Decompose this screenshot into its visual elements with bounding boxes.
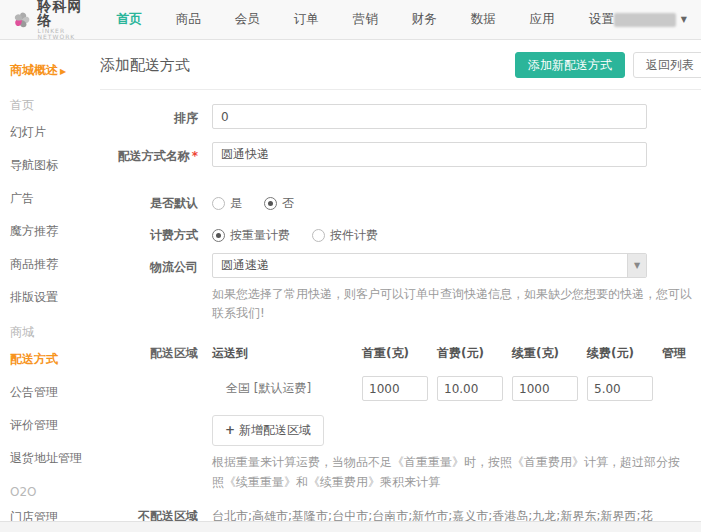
area-table-header: 运送到 首重(克) 首费(元) 续重(克) 续费(元) 管理 <box>212 345 701 362</box>
sidebar-section-o2o: O2O <box>10 485 100 499</box>
sidebar-item-nav-icons[interactable]: 导航图标 <box>10 157 100 174</box>
page-title: 添加配送方式 <box>100 56 190 75</box>
app-window: 聆科网络 LINKER NETWORK 首页 商品 会员 订单 营销 财务 数据… <box>0 0 701 532</box>
radio-icon <box>212 197 225 210</box>
plus-icon: + <box>225 423 235 437</box>
username-redacted <box>614 13 676 27</box>
default-no-radio[interactable]: 否 <box>264 195 294 212</box>
nav-item-data[interactable]: 数据 <box>471 11 496 28</box>
col-header-next-weight: 续重(克) <box>512 345 587 362</box>
brand-name: 聆科网络 <box>38 0 89 28</box>
nav-item-home[interactable]: 首页 <box>117 11 142 28</box>
brand-logo[interactable]: 聆科网络 LINKER NETWORK <box>12 0 89 40</box>
billing-method-label: 计费方式 <box>100 221 212 244</box>
is-default-label: 是否默认 <box>100 189 212 212</box>
sidebar-item-shipping-methods[interactable]: 配送方式 <box>10 351 100 368</box>
nav-item-finance[interactable]: 财务 <box>412 11 437 28</box>
user-account-menu[interactable]: ▼ <box>614 13 687 27</box>
nav-item-marketing[interactable]: 营销 <box>353 11 378 28</box>
nav-item-products[interactable]: 商品 <box>176 11 201 28</box>
sidebar-item-mall-overview[interactable]: 商城概述▶ <box>10 62 100 79</box>
pinwheel-logo-icon <box>12 7 32 33</box>
add-new-shipping-method-button[interactable]: 添加新配送方式 <box>515 52 625 78</box>
required-asterisk: * <box>192 149 198 163</box>
top-navbar: 聆科网络 LINKER NETWORK 首页 商品 会员 订单 营销 财务 数据… <box>0 0 701 40</box>
nav-item-members[interactable]: 会员 <box>235 11 260 28</box>
sidebar-section-home: 首页 <box>10 97 100 114</box>
brand-subtitle: LINKER NETWORK <box>38 28 89 41</box>
billing-by-weight-radio[interactable]: 按重量计费 <box>212 227 290 244</box>
sidebar-item-return-address[interactable]: 退货地址管理 <box>10 450 100 467</box>
area-table-row: 全国 [默认运费] <box>212 376 701 401</box>
next-fee-input[interactable] <box>587 376 653 401</box>
col-header-manage: 管理 <box>662 345 701 362</box>
nav-item-orders[interactable]: 订单 <box>294 11 319 28</box>
main-content: 添加配送方式 添加新配送方式 返回列表 排序 配送方式名称* <box>100 40 701 521</box>
area-help-text: 根据重量来计算运费，当物品不足《首重重量》时，按照《首重费用》计算，超过部分按照… <box>212 453 682 491</box>
shipping-area-label: 配送区域 <box>100 339 212 491</box>
sidebar-item-announcements[interactable]: 公告管理 <box>10 384 100 401</box>
col-header-next-fee: 续费(元) <box>587 345 662 362</box>
first-fee-input[interactable] <box>437 376 503 401</box>
sidebar-item-reviews[interactable]: 评价管理 <box>10 417 100 434</box>
logistics-help-text: 如果您选择了常用快递，则客户可以订单中查询快递信息，如果缺少您想要的快递，您可以… <box>212 285 692 323</box>
sidebar-item-cube-recommend[interactable]: 魔方推荐 <box>10 223 100 240</box>
sidebar: 商城概述▶ 首页 幻灯片 导航图标 广告 魔方推荐 商品推荐 排版设置 商城 配… <box>0 40 100 521</box>
logistics-company-label: 物流公司 <box>100 253 212 323</box>
billing-by-piece-radio[interactable]: 按件计费 <box>312 227 378 244</box>
chevron-down-icon: ▼ <box>681 15 687 24</box>
sidebar-item-slideshow[interactable]: 幻灯片 <box>10 124 100 141</box>
sidebar-item-layout-settings[interactable]: 排版设置 <box>10 289 100 306</box>
add-shipping-area-button[interactable]: +新增配送区域 <box>212 415 324 446</box>
next-weight-input[interactable] <box>512 376 578 401</box>
radio-icon <box>312 229 325 242</box>
shipping-method-form: 排序 配送方式名称* 是否默认 <box>100 90 701 532</box>
main-nav: 首页 商品 会员 订单 营销 财务 数据 应用 设置 <box>117 11 614 28</box>
footer-strip <box>0 521 701 532</box>
shipping-name-input[interactable] <box>212 142 647 167</box>
default-yes-radio[interactable]: 是 <box>212 195 242 212</box>
chevron-down-icon[interactable]: ▼ <box>627 254 646 277</box>
col-header-first-fee: 首费(元) <box>437 345 512 362</box>
nav-item-settings[interactable]: 设置 <box>589 11 614 28</box>
sidebar-item-ads[interactable]: 广告 <box>10 190 100 207</box>
destination-cell: 全国 [默认运费] <box>212 380 362 397</box>
name-label: 配送方式名称* <box>100 142 212 167</box>
sort-input[interactable] <box>212 104 647 129</box>
first-weight-input[interactable] <box>362 376 428 401</box>
chevron-right-icon: ▶ <box>60 67 66 76</box>
logistics-selected-value: 圆通速递 <box>213 257 627 274</box>
sidebar-section-mall: 商城 <box>10 324 100 341</box>
col-header-destination: 运送到 <box>212 345 362 362</box>
logistics-company-select[interactable]: 圆通速递 ▼ <box>212 253 647 278</box>
back-to-list-button-top[interactable]: 返回列表 <box>633 52 701 78</box>
nav-item-apps[interactable]: 应用 <box>530 11 555 28</box>
radio-icon <box>264 197 277 210</box>
sidebar-item-product-recommend[interactable]: 商品推荐 <box>10 256 100 273</box>
radio-icon <box>212 229 225 242</box>
col-header-first-weight: 首重(克) <box>362 345 437 362</box>
sort-label: 排序 <box>100 104 212 129</box>
